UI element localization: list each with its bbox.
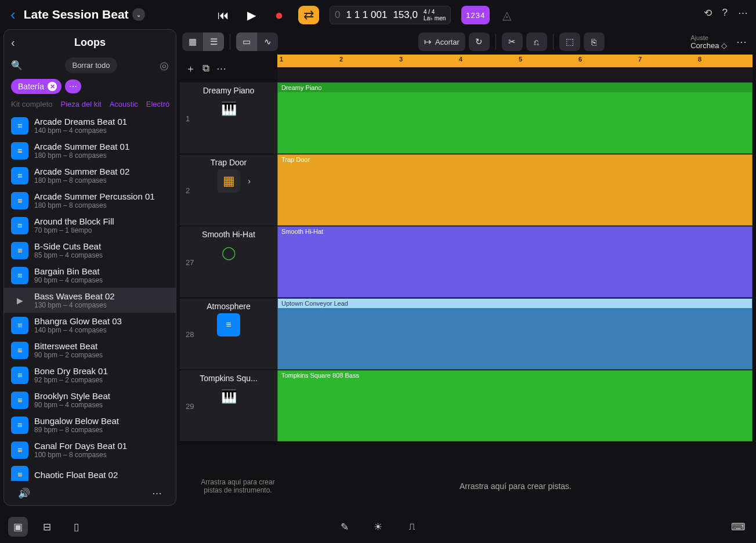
track-row[interactable]: 2 Trap Door ▦› Trap Door xyxy=(180,154,753,226)
track-header[interactable]: 2 Trap Door ▦› xyxy=(180,154,277,226)
track-header[interactable]: 27 Smooth Hi-Hat ◯ xyxy=(180,226,277,298)
loop-item[interactable]: ≡ Around the Block Fill 70 bpm – 1 tiemp… xyxy=(4,213,176,238)
cycle-button[interactable]: ⇄ xyxy=(298,6,319,24)
filter-electro[interactable]: Electró xyxy=(146,100,169,108)
project-dropdown-icon[interactable]: ⌄ xyxy=(132,8,145,21)
loop-play-icon[interactable]: ≡ xyxy=(11,417,28,434)
track-header[interactable]: 28 Atmosphere ≡ xyxy=(180,298,277,370)
loop-play-icon[interactable]: ≡ xyxy=(11,466,28,481)
undo-button[interactable]: ⟲ xyxy=(704,7,712,19)
loop-item[interactable]: ≡ Arcade Summer Beat 01 180 bpm – 8 comp… xyxy=(4,138,176,163)
trim-tool-button[interactable]: ↦ Acortar xyxy=(418,32,465,51)
loop-play-icon[interactable]: ≡ xyxy=(11,167,28,184)
track-header[interactable]: 29 Tompkins Squ... 🎹 xyxy=(180,370,277,441)
split-tool-button[interactable]: ⎌ xyxy=(526,32,547,51)
loops-more-icon[interactable]: ⋯ xyxy=(152,487,162,499)
loop-item[interactable]: ≡ Bargain Bin Beat 90 bpm – 4 compases xyxy=(4,263,176,288)
track-instrument-icon[interactable]: 🎹 xyxy=(217,97,240,121)
track-instrument-icon[interactable]: ◯ xyxy=(217,241,240,265)
loop-item[interactable]: ≡ Bhangra Glow Beat 03 140 bpm – 4 compa… xyxy=(4,313,176,338)
track-row[interactable]: 27 Smooth Hi-Hat ◯ Smooth Hi-Hat xyxy=(180,226,753,298)
loop-item[interactable]: ≡ B-Side Cuts Beat 85 bpm – 4 compases xyxy=(4,238,176,263)
back-button[interactable]: ‹ xyxy=(7,6,19,24)
filter-kit-completo[interactable]: Kit completo xyxy=(11,100,53,108)
loop-item[interactable]: ≡ Arcade Dreams Beat 01 140 bpm – 4 comp… xyxy=(4,113,176,138)
track-instrument-icon[interactable]: ≡ xyxy=(217,313,240,336)
track-row[interactable]: 28 Atmosphere ≡ Uptown Conveyor Lead xyxy=(180,298,753,370)
track-lane[interactable]: Tompkins Square 808 Bass xyxy=(277,370,753,441)
track-header[interactable]: 1 Dreamy Piano 🎹 xyxy=(180,82,277,154)
loop-play-icon[interactable]: ≡ xyxy=(11,267,28,284)
track-row[interactable]: 1 Dreamy Piano 🎹 Dreamy Piano xyxy=(180,82,753,154)
loop-play-icon[interactable]: ≡ xyxy=(11,342,28,359)
metronome-button[interactable]: ◬ xyxy=(500,8,513,22)
loop-play-icon[interactable]: ▶ xyxy=(11,292,28,309)
settings-tool-button[interactable]: ☀ xyxy=(368,517,388,537)
sound-packs-icon[interactable]: ◎ xyxy=(160,59,169,72)
duplicate-track-button[interactable]: ⧉ xyxy=(202,63,209,74)
lcd-display[interactable]: 0 1 1 1 001 153,0 4 / 4La♭ men xyxy=(330,6,451,24)
region[interactable]: Tompkins Square 808 Bass xyxy=(277,370,753,441)
loop-list[interactable]: ≡ Arcade Dreams Beat 01 140 bpm – 4 comp… xyxy=(4,113,176,481)
mixer-toggle-button[interactable]: ⊟ xyxy=(37,517,57,537)
loop-play-icon[interactable]: ≡ xyxy=(11,441,28,459)
add-track-button[interactable]: ＋ xyxy=(186,62,196,75)
filter-acoustic[interactable]: Acoustic xyxy=(110,100,138,108)
tracks-menu-button[interactable]: ⋯ xyxy=(733,35,750,48)
play-button[interactable]: ▶ xyxy=(243,6,260,24)
filter-tag-bateria[interactable]: Batería ✕ xyxy=(11,79,62,94)
region[interactable]: Trap Door xyxy=(277,154,753,226)
count-in-button[interactable]: 1234 xyxy=(461,6,490,24)
loops-back-button[interactable]: ‹ xyxy=(11,36,15,49)
filter-tabs[interactable]: Kit completo Pieza del kit Acoustic Elec… xyxy=(4,100,176,113)
loop-item[interactable]: ≡ Bungalow Below Beat 89 bpm – 8 compase… xyxy=(4,412,176,437)
loop-item[interactable]: ≡ Chaotic Float Beat 02 xyxy=(4,462,176,481)
keyboard-toggle-button[interactable]: ⌨ xyxy=(728,517,748,537)
region[interactable]: Dreamy Piano xyxy=(277,82,753,154)
loop-play-icon[interactable]: ≡ xyxy=(11,392,28,409)
track-lane[interactable]: Uptown Conveyor Lead xyxy=(277,298,753,370)
loop-play-icon[interactable]: ≡ xyxy=(11,317,28,334)
sampler-toggle-button[interactable]: ▯ xyxy=(66,517,86,537)
loop-item[interactable]: ≡ Brooklyn Style Beat 90 bpm – 4 compase… xyxy=(4,388,176,412)
filter-pieza-del-kit[interactable]: Pieza del kit xyxy=(61,100,102,108)
more-menu-button[interactable]: ⋯ xyxy=(738,7,748,19)
record-button[interactable]: ● xyxy=(270,6,288,24)
copy-tool-button[interactable]: ⎘ xyxy=(584,32,605,51)
track-lane[interactable]: Trap Door xyxy=(277,154,753,226)
loop-play-icon[interactable]: ≡ xyxy=(11,367,28,384)
remove-tag-icon[interactable]: ✕ xyxy=(48,82,57,91)
loop-play-icon[interactable]: ≡ xyxy=(11,117,28,135)
search-icon[interactable]: 🔍 xyxy=(11,60,23,71)
loop-play-icon[interactable]: ≡ xyxy=(11,142,28,160)
track-instrument-icon[interactable]: ▦› xyxy=(217,169,240,193)
loop-item[interactable]: ≡ Canal For Days Beat 01 100 bpm – 8 com… xyxy=(4,437,176,462)
project-title[interactable]: Late Session Beat xyxy=(24,8,129,21)
track-header-menu[interactable]: ⋯ xyxy=(216,63,226,75)
loop-item[interactable]: ≡ Bittersweet Beat 90 bpm – 2 compases xyxy=(4,338,176,363)
eq-tool-button[interactable]: ⎍ xyxy=(402,517,422,537)
loop-play-icon[interactable]: ≡ xyxy=(11,217,28,234)
region-view-button[interactable]: ▭ xyxy=(236,32,257,51)
list-view-button[interactable]: ☰ xyxy=(203,32,224,51)
track-row[interactable]: 29 Tompkins Squ... 🎹 Tompkins Square 808… xyxy=(180,370,753,442)
browser-toggle-button[interactable]: ▣ xyxy=(8,517,28,537)
clear-all-button[interactable]: Borrar todo xyxy=(65,57,117,73)
region[interactable]: Uptown Conveyor Lead xyxy=(277,298,753,370)
track-instrument-icon[interactable]: 🎹 xyxy=(217,385,240,408)
loop-play-icon[interactable]: ≡ xyxy=(11,242,28,259)
loop-item[interactable]: ≡ Arcade Summer Beat 02 180 bpm – 8 comp… xyxy=(4,163,176,188)
region[interactable]: Smooth Hi-Hat xyxy=(277,226,753,298)
loop-play-icon[interactable]: ≡ xyxy=(11,192,28,209)
track-lane[interactable]: Dreamy Piano xyxy=(277,82,753,154)
edit-tool-button[interactable]: ✎ xyxy=(335,517,355,537)
loop-item[interactable]: ≡ Arcade Summer Percussion 01 180 bpm – … xyxy=(4,188,176,213)
scissors-tool-button[interactable]: ✂ xyxy=(502,32,523,51)
timeline-ruler[interactable]: 12345678 xyxy=(277,55,753,82)
loop-tool-button[interactable]: ↻ xyxy=(469,32,490,51)
chevron-right-icon[interactable]: › xyxy=(248,176,251,186)
tag-more-button[interactable]: ⋯ xyxy=(65,79,81,93)
grid-view-button[interactable]: ▦ xyxy=(182,32,203,51)
track-lane[interactable]: Smooth Hi-Hat xyxy=(277,226,753,298)
marquee-tool-button[interactable]: ⬚ xyxy=(559,32,580,51)
